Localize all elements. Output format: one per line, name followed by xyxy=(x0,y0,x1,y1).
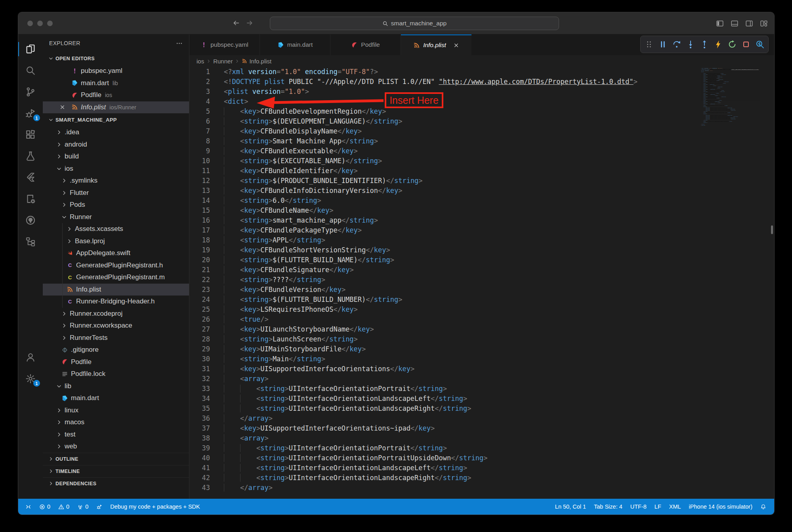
activity-item-flutter[interactable] xyxy=(18,167,43,188)
tree-item-linux[interactable]: linux xyxy=(43,404,189,417)
tree-item-assets-xcassets[interactable]: Assets.xcassets xyxy=(43,223,189,235)
activity-item-debug[interactable]: 1 xyxy=(18,103,43,124)
tree-item-flutter[interactable]: Flutter xyxy=(43,187,189,199)
action-step-out[interactable] xyxy=(700,40,709,49)
tree-item-runner-xcworkspace[interactable]: Runner.xcworkspace xyxy=(43,320,189,332)
activity-item-extensions[interactable] xyxy=(18,124,43,145)
back-icon[interactable] xyxy=(232,19,240,27)
tree-item-base-lproj[interactable]: Base.lproj xyxy=(43,235,189,248)
open-editor-item[interactable]: Podfileios xyxy=(43,89,189,101)
activity-item-settings[interactable]: 1 xyxy=(18,368,43,389)
tree-item--symlinks[interactable]: .symlinks xyxy=(43,175,189,187)
tree-item-web[interactable]: web xyxy=(43,440,189,453)
tree-item-podfile-lock[interactable]: Podfile.lock xyxy=(43,368,189,380)
breadcrumb-item[interactable]: Runner xyxy=(213,58,233,65)
code-line-36[interactable]: 36 </array> xyxy=(189,414,774,423)
tab-main-dart[interactable]: main.dart xyxy=(260,34,330,55)
code-line-29[interactable]: 29 <key>UIMainStoryboardFile</key> xyxy=(189,344,774,354)
activity-item-explorer[interactable] xyxy=(18,38,43,60)
code-line-28[interactable]: 28 <string>LaunchScreen</string> xyxy=(189,334,774,344)
status-item-broadcast[interactable]: 0 xyxy=(73,499,92,515)
code-line-1[interactable]: 1<?xml version="1.0" encoding="UTF-8"?> xyxy=(189,67,774,77)
minimize-window-button[interactable] xyxy=(37,21,43,26)
status-item[interactable]: iPhone 14 (ios simulator) xyxy=(685,499,756,515)
code-line-3[interactable]: 3<plist version="1.0"> xyxy=(189,87,774,97)
breadcrumb-item[interactable]: ios xyxy=(197,58,204,65)
tree-item-podfile[interactable]: Podfile xyxy=(43,356,189,368)
status-item-remote[interactable] xyxy=(21,499,35,515)
action-grip[interactable] xyxy=(645,40,653,49)
code-line-6[interactable]: 6 <string>$(DEVELOPMENT_LANGUAGE)</strin… xyxy=(189,116,774,126)
code-line-32[interactable]: 32 <array> xyxy=(189,374,774,384)
customize-layout-icon[interactable] xyxy=(760,19,768,27)
code-line-39[interactable]: 39 <string>UIInterfaceOrientationPortrai… xyxy=(189,443,774,453)
code-line-38[interactable]: 38 <array> xyxy=(189,433,774,443)
tree-item-runnertests[interactable]: RunnerTests xyxy=(43,332,189,344)
more-actions-icon[interactable] xyxy=(176,40,183,47)
activity-item-account[interactable] xyxy=(18,347,43,368)
section-header-dependencies[interactable]: DEPENDENCIES xyxy=(43,477,189,490)
tree-item-runner-bridging-header-h[interactable]: Runner-Bridging-Header.h xyxy=(43,296,189,308)
open-editor-item[interactable]: pubspec.yaml xyxy=(43,65,189,77)
toggle-sidebar-icon[interactable] xyxy=(716,19,724,27)
code-line-33[interactable]: 33 <string>UIInterfaceOrientationPortrai… xyxy=(189,384,774,394)
code-line-10[interactable]: 10 <string>$(EXECUTABLE_NAME)</string> xyxy=(189,156,774,166)
code-line-11[interactable]: 11 <key>CFBundleIdentifier</key> xyxy=(189,166,774,176)
tree-item--idea[interactable]: .idea xyxy=(43,126,189,139)
code-line-30[interactable]: 30 <string>Main</string> xyxy=(189,354,774,364)
code-line-25[interactable]: 25 <key>LSRequiresIPhoneOS</key> xyxy=(189,305,774,315)
activity-item-search[interactable] xyxy=(18,60,43,81)
tree-item-pods[interactable]: Pods xyxy=(43,199,189,211)
code-line-5[interactable]: 5 <key>CFBundleDevelopmentRegion</key> xyxy=(189,107,774,116)
activity-item-source-control[interactable] xyxy=(18,81,43,103)
status-item[interactable]: UTF-8 xyxy=(626,499,651,515)
status-item-error[interactable]: 0 xyxy=(35,499,54,515)
tree-item-android[interactable]: android xyxy=(43,139,189,151)
code-line-16[interactable]: 16 <string>smart_machine_app</string> xyxy=(189,215,774,225)
project-section-header[interactable]: SMART_MACHINE_APP xyxy=(43,113,189,126)
code-line-42[interactable]: 42 <string>UIInterfaceOrientationLandsca… xyxy=(189,473,774,483)
code-line-31[interactable]: 31 <key>UISupportedInterfaceOrientations… xyxy=(189,364,774,374)
status-item-debug-status[interactable] xyxy=(92,499,106,515)
open-editor-item[interactable]: Info.plistios/Runner xyxy=(43,101,189,114)
breadcrumb-item[interactable]: Info.plist xyxy=(242,58,271,65)
code-line-41[interactable]: 41 <string>UIInterfaceOrientationLandsca… xyxy=(189,463,774,473)
status-item[interactable]: XML xyxy=(665,499,685,515)
tab-podfile[interactable]: Podfile xyxy=(330,34,401,55)
code-line-13[interactable]: 13 <key>CFBundleInfoDictionaryVersion</k… xyxy=(189,186,774,196)
code-line-22[interactable]: 22 <string>????</string> xyxy=(189,275,774,285)
action-hot-reload[interactable] xyxy=(714,40,723,49)
open-editors-section-header[interactable]: OPEN EDITORS xyxy=(43,52,189,65)
open-editor-item[interactable]: main.dartlib xyxy=(43,77,189,90)
toggle-secondary-sidebar-icon[interactable] xyxy=(745,19,753,27)
forward-icon[interactable] xyxy=(246,19,254,27)
action-pause[interactable] xyxy=(658,40,667,49)
code-line-23[interactable]: 23 <key>CFBundleVersion</key> xyxy=(189,285,774,295)
toggle-panel-icon[interactable] xyxy=(731,19,739,27)
code-line-17[interactable]: 17 <key>CFBundlePackageType</key> xyxy=(189,225,774,235)
activity-item-github[interactable] xyxy=(18,210,43,231)
code-line-27[interactable]: 27 <key>UILaunchStoryboardName</key> xyxy=(189,324,774,334)
code-line-12[interactable]: 12 <string>$(PRODUCT_BUNDLE_IDENTIFIER)<… xyxy=(189,176,774,186)
status-item[interactable]: LF xyxy=(651,499,665,515)
code-line-37[interactable]: 37 <key>UISupportedInterfaceOrientations… xyxy=(189,423,774,433)
code-editor[interactable]: 1<?xml version="1.0" encoding="UTF-8"?>2… xyxy=(189,67,774,499)
tree-item-macos[interactable]: macos xyxy=(43,416,189,429)
tree-item-runner-xcodeproj[interactable]: Runner.xcodeproj xyxy=(43,308,189,320)
status-item-bell[interactable] xyxy=(756,499,770,515)
close-icon[interactable] xyxy=(59,104,65,110)
code-line-40[interactable]: 40 <string>UIInterfaceOrientationPortrai… xyxy=(189,453,774,463)
command-center-search[interactable]: smart_machine_app xyxy=(270,17,559,30)
status-item[interactable]: Tab Size: 4 xyxy=(590,499,626,515)
action-step-into[interactable] xyxy=(686,40,695,49)
code-line-7[interactable]: 7 <key>CFBundleDisplayName</key> xyxy=(189,126,774,136)
code-line-8[interactable]: 8 <string>Smart Machine App</string> xyxy=(189,136,774,146)
tree-item--gitignore[interactable]: .gitignore xyxy=(43,344,189,356)
activity-item-tools[interactable] xyxy=(18,188,43,210)
status-item-warning[interactable]: 0 xyxy=(54,499,73,515)
code-line-21[interactable]: 21 <key>CFBundleSignature</key> xyxy=(189,265,774,275)
tree-item-runner[interactable]: Runner xyxy=(43,211,189,223)
action-step-over[interactable] xyxy=(672,40,681,49)
code-line-26[interactable]: 26 <true/> xyxy=(189,315,774,324)
action-stop[interactable] xyxy=(742,40,750,49)
